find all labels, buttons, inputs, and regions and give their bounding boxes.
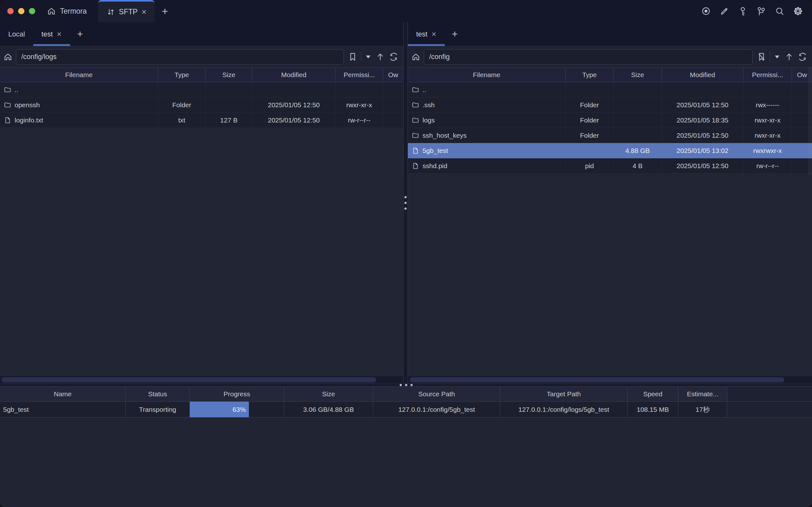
table-row[interactable]: logs Folder 2025/01/05 18:35 rwxr-xr-x	[408, 113, 812, 128]
caret-down-icon[interactable]	[364, 51, 373, 62]
right-path-input[interactable]	[424, 49, 753, 65]
tab-local[interactable]: Local	[0, 22, 33, 46]
table-row-selected[interactable]: 5gb_test 4.88 GB 2025/01/05 13:02 rwxrwx…	[408, 143, 812, 158]
minimize-window-button[interactable]	[18, 8, 24, 14]
divider	[770, 51, 770, 62]
left-horizontal-scrollbar[interactable]	[0, 376, 403, 383]
transfer-row[interactable]: 5gb_test Transporting 63% 3.06 GB/4.88 G…	[0, 402, 812, 417]
left-table-empty-area	[0, 128, 403, 376]
left-path-tools	[347, 51, 399, 62]
column-source-path[interactable]: Source Path	[373, 387, 500, 402]
transfer-target-path: 127.0.0.1:/config/logs/5gb_test	[500, 402, 628, 417]
file-name: .ssh	[423, 101, 435, 109]
file-name: ..	[15, 86, 18, 94]
file-owner	[383, 113, 403, 128]
zoom-window-button[interactable]	[29, 8, 35, 14]
column-type[interactable]: Type	[158, 68, 206, 82]
search-icon[interactable]	[774, 5, 785, 17]
column-modified[interactable]: Modified	[252, 68, 335, 82]
file-icon	[412, 147, 419, 155]
bookmark-slash-icon[interactable]	[756, 51, 767, 62]
left-file-panel: Local test ✕ +	[0, 22, 403, 383]
right-table-header: Filename Type Size Modified Permissi... …	[408, 67, 812, 82]
column-permissions[interactable]: Permissi...	[335, 68, 383, 82]
home-icon[interactable]	[3, 52, 13, 62]
left-add-tab-button[interactable]: +	[70, 22, 90, 46]
settings-gear-icon[interactable]	[792, 5, 804, 17]
left-pathbar	[0, 46, 403, 67]
key-icon[interactable]	[737, 5, 749, 17]
column-speed[interactable]: Speed	[628, 387, 679, 402]
file-modified: 2025/01/05 13:02	[662, 143, 744, 158]
column-size[interactable]: Size	[284, 387, 373, 402]
file-name: openssh	[15, 101, 40, 109]
edit-pencil-icon[interactable]	[719, 5, 730, 17]
column-progress[interactable]: Progress	[190, 387, 284, 402]
right-horizontal-scrollbar[interactable]	[408, 376, 812, 383]
column-spacer	[727, 387, 812, 402]
refresh-icon[interactable]	[388, 51, 399, 62]
tab-left-test[interactable]: test ✕	[33, 22, 70, 46]
tab-right-test-close-icon[interactable]: ✕	[431, 31, 436, 38]
keygen-branch-icon[interactable]	[756, 5, 767, 17]
new-terminal-tab-button[interactable]: +	[155, 0, 175, 22]
home-icon[interactable]	[411, 52, 421, 62]
column-name[interactable]: Name	[0, 387, 126, 402]
right-add-tab-button[interactable]: +	[445, 22, 465, 46]
table-row[interactable]: loginfo.txt txt 127 B 2025/01/05 12:50 r…	[0, 113, 403, 128]
table-row[interactable]: ..	[408, 82, 812, 97]
left-path-input[interactable]	[16, 49, 344, 65]
column-size[interactable]: Size	[206, 68, 252, 82]
column-type[interactable]: Type	[566, 68, 613, 82]
file-name: loginfo.txt	[15, 116, 43, 124]
file-size	[613, 128, 662, 143]
file-size: 4 B	[613, 158, 662, 174]
scrollbar-thumb[interactable]	[410, 377, 784, 382]
column-filename[interactable]: Filename	[408, 68, 566, 82]
column-owner[interactable]: Ow	[383, 68, 403, 82]
tab-sftp-close-icon[interactable]: ✕	[141, 8, 147, 16]
table-row[interactable]: openssh Folder 2025/01/05 12:50 rwxr-xr-…	[0, 97, 403, 113]
table-row[interactable]: sshd.pid pid 4 B 2025/01/05 12:50 rw-r--…	[408, 158, 812, 174]
file-size	[206, 97, 252, 113]
column-status[interactable]: Status	[126, 387, 190, 402]
arrow-up-icon[interactable]	[375, 51, 386, 62]
caret-down-icon[interactable]	[773, 51, 781, 62]
app-home-tab[interactable]: Termora	[44, 0, 98, 22]
tab-sftp[interactable]: SFTP ✕	[98, 0, 155, 22]
sftp-panels: Local test ✕ +	[0, 22, 812, 383]
folder-icon	[412, 116, 419, 124]
tab-right-test[interactable]: test ✕	[408, 22, 445, 46]
folder-icon	[412, 101, 419, 109]
table-row[interactable]: ..	[0, 82, 403, 97]
scrollbar-thumb[interactable]	[2, 377, 376, 382]
column-target-path[interactable]: Target Path	[500, 387, 628, 402]
file-modified: 2025/01/05 12:50	[252, 113, 335, 128]
tab-left-test-close-icon[interactable]: ✕	[56, 31, 62, 38]
refresh-icon[interactable]	[797, 51, 808, 62]
arrow-up-icon[interactable]	[783, 51, 795, 62]
column-size[interactable]: Size	[613, 68, 662, 82]
file-size: 4.88 GB	[613, 143, 662, 158]
column-estimate[interactable]: Estimate...	[679, 387, 727, 402]
column-filename[interactable]: Filename	[0, 68, 158, 82]
file-name: ssh_host_keys	[423, 132, 467, 139]
close-window-button[interactable]	[7, 8, 14, 14]
file-type: txt	[158, 113, 206, 128]
right-vertical-scrollbar[interactable]	[808, 67, 812, 175]
tab-local-label: Local	[8, 30, 25, 38]
table-row[interactable]: .ssh Folder 2025/01/05 12:50 rwx------	[408, 97, 812, 113]
record-icon[interactable]	[700, 5, 712, 17]
column-modified[interactable]: Modified	[662, 68, 744, 82]
transfers-splitter[interactable]	[0, 383, 812, 387]
tab-right-test-label: test	[416, 30, 427, 38]
column-permissions[interactable]: Permissi...	[744, 68, 792, 82]
panel-splitter[interactable]	[403, 22, 408, 383]
table-row[interactable]: ssh_host_keys Folder 2025/01/05 12:50 rw…	[408, 128, 812, 143]
titlebar-actions	[700, 0, 812, 22]
file-type: Folder	[566, 128, 613, 143]
file-size	[613, 97, 662, 113]
transfer-name: 5gb_test	[0, 402, 126, 417]
bookmark-icon[interactable]	[347, 51, 359, 62]
file-size: 127 B	[206, 113, 252, 128]
